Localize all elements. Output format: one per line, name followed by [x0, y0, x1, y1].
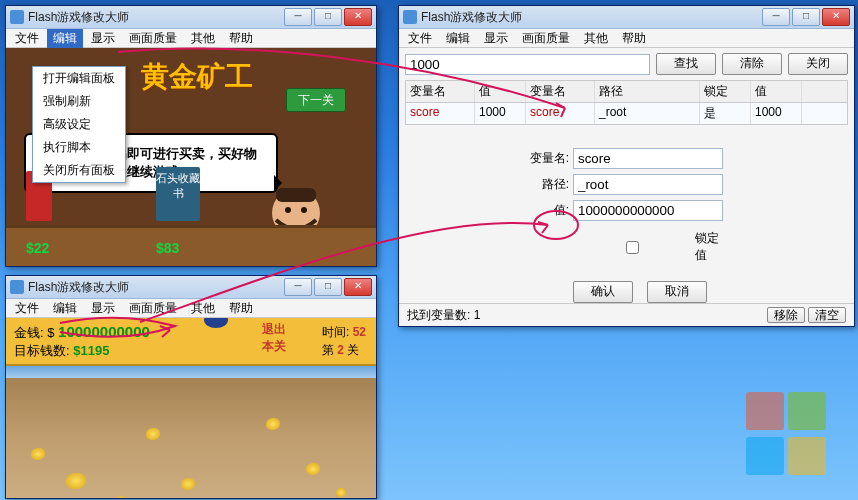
game-shop-canvas: 打开编辑面板 强制刷新 高级设定 执行脚本 关闭所有面板 黄金矿工 下一关 点击…	[6, 48, 376, 266]
menu-file[interactable]: 文件	[9, 29, 45, 48]
close-button[interactable]: ✕	[344, 278, 372, 296]
search-toolbar: 查找 清除 关闭	[399, 48, 854, 80]
input-var[interactable]	[573, 148, 723, 169]
time-value: 52	[353, 325, 366, 339]
svg-point-4	[301, 207, 307, 213]
minimize-button[interactable]: ─	[762, 8, 790, 26]
cell-val: 1000	[751, 103, 802, 124]
gold-nugget	[31, 448, 45, 460]
close-button[interactable]: ✕	[822, 8, 850, 26]
menu-other[interactable]: 其他	[185, 299, 221, 318]
menu-edit[interactable]: 编辑	[47, 29, 83, 48]
search-input[interactable]	[405, 54, 650, 75]
maximize-button[interactable]: □	[792, 8, 820, 26]
gold-nugget	[336, 488, 346, 497]
remove-button[interactable]: 移除	[767, 307, 805, 323]
titlebar[interactable]: Flash游戏修改大师 ─ □ ✕	[6, 6, 376, 29]
shop-counter	[6, 225, 376, 266]
menu-other[interactable]: 其他	[185, 29, 221, 48]
variable-grid: 变量名 值 变量名 路径 锁定 值 score 1000 score _root…	[405, 80, 848, 125]
menu-edit[interactable]: 编辑	[440, 29, 476, 48]
empty-button[interactable]: 清空	[808, 307, 846, 323]
clear-button[interactable]: 清除	[722, 53, 782, 75]
menu-view[interactable]: 显示	[85, 299, 121, 318]
dropdown-item[interactable]: 关闭所有面板	[33, 159, 125, 182]
menu-help[interactable]: 帮助	[223, 29, 259, 48]
menu-quality[interactable]: 画面质量	[123, 29, 183, 48]
col-value[interactable]: 值	[751, 81, 802, 102]
status-text: 找到变量数: 1	[407, 307, 480, 324]
label-val: 值:	[529, 202, 573, 219]
window-gameplay: Flash游戏修改大师 ─ □ ✕ 文件 编辑 显示 画面质量 其他 帮助 金钱…	[5, 275, 377, 499]
exit-level-button[interactable]: 退出本关	[262, 321, 286, 355]
menu-edit[interactable]: 编辑	[47, 299, 83, 318]
menubar: 文件 编辑 显示 画面质量 其他 帮助	[6, 29, 376, 48]
menu-quality[interactable]: 画面质量	[123, 299, 183, 318]
ok-button[interactable]: 确认	[573, 281, 633, 303]
window-title: Flash游戏修改大师	[421, 9, 760, 26]
gold-nugget	[181, 478, 195, 490]
close-button[interactable]: ✕	[344, 8, 372, 26]
sky-strip	[6, 366, 376, 378]
menu-file[interactable]: 文件	[402, 29, 438, 48]
lock-checkbox[interactable]	[577, 241, 688, 254]
col-variable[interactable]: 变量名	[406, 81, 475, 102]
col-variable[interactable]: 变量名	[526, 81, 595, 102]
dropdown-item[interactable]: 高级设定	[33, 113, 125, 136]
label-var: 变量名:	[529, 150, 573, 167]
cell-var: score	[526, 103, 595, 124]
gold-nugget	[66, 473, 86, 489]
window-editor: Flash游戏修改大师 ─ □ ✕ 文件 编辑 显示 画面质量 其他 帮助 查找…	[398, 5, 855, 327]
svg-point-5	[204, 318, 228, 328]
shop-item-book[interactable]: 石头收藏书	[156, 167, 200, 224]
grid-header: 变量名 值 变量名 路径 锁定 值	[406, 81, 847, 103]
grid-row[interactable]: score 1000 score _root 是 1000	[406, 103, 847, 124]
menu-file[interactable]: 文件	[9, 299, 45, 318]
menubar: 文件 编辑 显示 画面质量 其他 帮助	[399, 29, 854, 48]
next-level-button[interactable]: 下一关	[286, 88, 346, 112]
menu-quality[interactable]: 画面质量	[516, 29, 576, 48]
cell-var: score	[406, 103, 475, 124]
menu-view[interactable]: 显示	[478, 29, 514, 48]
dropdown-item[interactable]: 执行脚本	[33, 136, 125, 159]
dropdown-item[interactable]: 强制刷新	[33, 90, 125, 113]
item-price: $83	[156, 240, 179, 256]
cell-val: 1000	[475, 103, 526, 124]
gameplay-canvas[interactable]: 金钱: $ 10000000000 目标钱数: $1195 退出本关 时间: 5…	[6, 318, 376, 498]
menu-help[interactable]: 帮助	[616, 29, 652, 48]
maximize-button[interactable]: □	[314, 278, 342, 296]
cancel-button[interactable]: 取消	[647, 281, 707, 303]
maximize-button[interactable]: □	[314, 8, 342, 26]
game-title: 黄金矿工	[141, 58, 253, 96]
menu-view[interactable]: 显示	[85, 29, 121, 48]
menu-help[interactable]: 帮助	[223, 299, 259, 318]
svg-rect-2	[276, 188, 316, 202]
statusbar: 找到变量数: 1 移除 清空	[399, 303, 854, 326]
minimize-button[interactable]: ─	[284, 8, 312, 26]
cell-path: _root	[595, 103, 700, 124]
close-button[interactable]: 关闭	[788, 53, 848, 75]
level-value: 2	[337, 343, 344, 357]
col-path[interactable]: 路径	[595, 81, 700, 102]
search-button[interactable]: 查找	[656, 53, 716, 75]
lock-label: 锁定值	[695, 230, 723, 264]
dropdown-item[interactable]: 打开编辑面板	[33, 67, 125, 90]
col-value[interactable]: 值	[475, 81, 526, 102]
hud: 金钱: $ 10000000000 目标钱数: $1195 退出本关 时间: 5…	[6, 318, 376, 366]
input-val[interactable]	[573, 200, 723, 221]
minimize-button[interactable]: ─	[284, 278, 312, 296]
col-lock[interactable]: 锁定	[700, 81, 751, 102]
app-icon	[10, 10, 24, 24]
money-row: 金钱: $ 10000000000	[14, 323, 150, 342]
titlebar[interactable]: Flash游戏修改大师 ─ □ ✕	[399, 6, 854, 29]
titlebar[interactable]: Flash游戏修改大师 ─ □ ✕	[6, 276, 376, 299]
gold-nugget	[146, 428, 160, 440]
miner-sprite	[196, 318, 236, 328]
goal-value: $1195	[73, 343, 109, 358]
menu-other[interactable]: 其他	[578, 29, 614, 48]
input-path[interactable]	[573, 174, 723, 195]
hud-right: 时间: 52 第 2 关	[322, 323, 366, 359]
variable-form: 变量名: 路径: 值: 锁定值 确认 取消	[529, 148, 723, 303]
wallpaper-logo	[744, 390, 828, 480]
cell-lock: 是	[700, 103, 751, 124]
